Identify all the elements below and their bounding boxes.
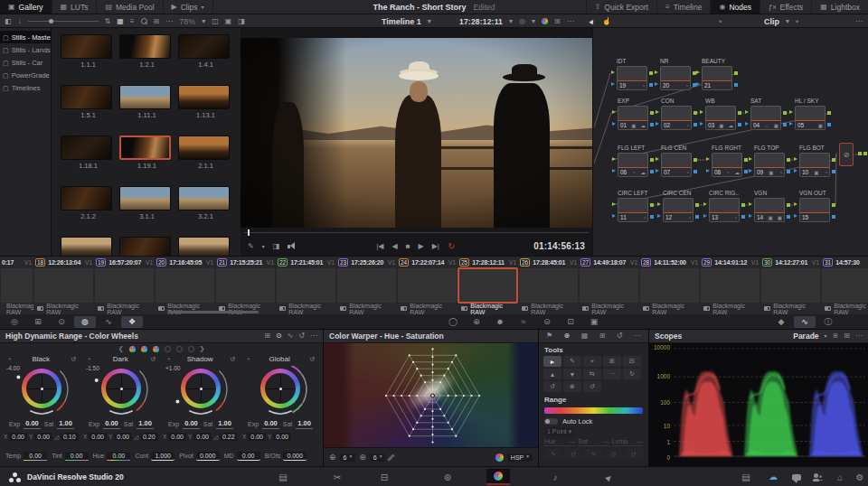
palette-key-icon[interactable]: ⊝ [536,316,558,328]
clip-thumbnail[interactable] [701,268,760,303]
search-icon[interactable] [141,18,147,24]
rgb-input-port[interactable] [749,202,752,206]
color-space-select[interactable]: HSP▾ [507,453,533,462]
key-input-port[interactable] [700,122,703,126]
palette-tracker-icon[interactable]: ⊕ [466,316,487,328]
node-graph-panel[interactable]: ⊘ IDT 19◔ NR 20◔ BEAUTY 21 [594,28,868,256]
rgb-input-port[interactable] [655,70,658,74]
viewer-jog-bar[interactable] [244,232,589,233]
rgb-output-port[interactable] [650,158,654,162]
still-thumbnail[interactable] [178,186,230,210]
timeline-clip-20[interactable]: 20 17:16:45:05 V1 Blackmagic RAW [155,257,215,314]
y-value[interactable]: 0.00 [34,433,52,441]
scope-mode-select[interactable]: Parade [793,332,818,341]
node-07-flg-cen[interactable]: FLG CEN 07◔ [661,153,692,177]
camera-caret-icon[interactable]: ▾ [532,18,535,25]
clip-thumbnail[interactable] [458,268,517,303]
key-input-port[interactable] [612,122,616,126]
gallery-still-1.4.1[interactable]: 1.4.1 [178,34,233,85]
field-sat[interactable]: Sat — [578,438,609,446]
wheels-mode-icon[interactable]: ⊙ [276,332,282,340]
node-05-hl-sky[interactable]: HL / SKY 05▣ [795,106,826,130]
warper-hue-sat-grid[interactable] [324,343,538,447]
album-powergrade-1[interactable]: ▢ PowerGrade 1 [0,69,51,81]
wheel-page-dot[interactable] [141,346,147,352]
y-value[interactable]: 0.00 [273,433,291,441]
tab-clips[interactable]: ▶ Clips ▾ [164,0,213,14]
rgb-input-port[interactable] [696,70,700,74]
timeline-caret-icon[interactable]: ▾ [428,18,431,25]
node-02-con[interactable]: CON 02◔ [661,106,692,130]
still-thumbnail[interactable] [61,136,112,160]
clip-thumbnail[interactable] [216,268,275,303]
timeline-clip-18[interactable]: 18 12:26:13:04 V1 Blackmagic RAW [33,257,94,314]
rgb-input-port[interactable] [700,110,703,114]
pick-hue-icon[interactable]: ✎ [544,449,562,459]
reset-wheel-icon[interactable]: ↺ [150,356,156,362]
flag-icon[interactable]: ⚑ [546,332,552,340]
rgb-input-port[interactable] [703,202,707,206]
gallery-still[interactable] [178,237,233,256]
timeline-clip-30[interactable]: 30 14:12:27:01 V1 Blackmagic RAW [760,257,821,314]
node-06-flg-left[interactable]: FLG LEFT 06◔☁ [618,153,648,177]
clip-caret-icon[interactable]: ▾ [786,18,789,25]
reset-wheel-icon[interactable]: ↺ [71,356,76,362]
rgb-output-port[interactable] [787,203,790,207]
timeline-clip-24[interactable]: 24 17:22:07:14 V1 Blackmagic RAW [397,257,458,314]
field-luma[interactable]: Luma — [612,438,643,446]
render-queue-icon[interactable]: ▤ [734,469,758,485]
picker-caret-icon[interactable]: ▾ [262,244,265,249]
page-cut-icon[interactable]: ✂ [326,469,349,485]
tool-more-tools[interactable]: ⋯ [603,369,621,379]
node-19-idt[interactable]: IDT 19◔ [617,66,647,90]
rgb-input-port[interactable] [749,157,752,161]
viewer-source-timecode[interactable]: 17:28:12:11 [459,17,503,26]
audio-mute-icon[interactable] [288,242,297,250]
node-15-vgn-out[interactable]: VGN OUT 15 [799,198,830,222]
grade-preview-icon[interactable] [542,18,548,24]
gallery-still-1.5.1[interactable]: 1.5.1 [61,85,116,136]
clip-thumbnail[interactable] [95,268,154,303]
key-input-port[interactable] [745,122,749,126]
album-stills-landsc[interactable]: ▢ Stills - Landsc.. [0,43,51,56]
skip-start-button[interactable]: |◀ [376,243,383,250]
gallery-still-1.1.1[interactable]: 1.1.1 [61,34,116,85]
rgb-input-port[interactable] [794,157,797,161]
pick-sat-icon[interactable]: ✎ [584,449,602,459]
key-output-port[interactable] [693,170,697,173]
hue-ring[interactable] [101,369,141,408]
tool-rotate-ccw[interactable]: ↺ [543,381,561,392]
palette-blur-icon[interactable]: ≈ [513,316,534,328]
rgb-output-port[interactable] [744,158,748,162]
wheel-center-dot[interactable] [120,388,123,390]
palette-info-icon[interactable]: ⓘ [817,316,839,328]
cursor-tool-icon[interactable]: ► [588,16,598,26]
rgb-input-port[interactable] [794,202,797,206]
timeline-clip-28[interactable]: 28 14:11:52:00 V1 Blackmagic RAW [639,257,700,314]
rgb-output-port[interactable] [787,158,790,162]
page-media-icon[interactable]: ▤ [271,469,295,485]
range-gradient-bar[interactable] [544,407,643,414]
node-01-exp[interactable]: EXP 01▣☁ [618,106,648,130]
still-thumbnail[interactable] [61,85,112,109]
wheel-page-dot[interactable] [153,346,159,352]
key-output-port[interactable] [783,123,787,126]
reset-wheel-icon[interactable]: ↺ [309,356,315,362]
timeline-clip-29[interactable]: 29 14:14:01:12 V1 Blackmagic RAW [700,257,760,314]
hdr-wheel-dark[interactable]: ◔ Dark ↺ -1.50 Exp 0.00 Sat 1.00 X0.00 Y… [81,354,161,446]
pin-mesh-icon[interactable]: ∥ [387,453,396,462]
tab-timeline[interactable]: ≡ Timeline [656,0,710,14]
palette-magic-mask-icon[interactable]: ☻ [489,316,511,328]
warper-mesh[interactable] [324,343,538,447]
key-input-port[interactable] [656,169,659,173]
x-value[interactable]: 0.00 [89,433,107,441]
timeline-clip-22[interactable]: 22 17:21:45:01 V1 Blackmagic RAW [276,257,336,314]
scope-mode-caret-icon[interactable]: ▾ [825,333,827,339]
scope-settings-icon[interactable]: ≋ [833,332,839,340]
rgb-input-port[interactable] [612,157,616,161]
wheel-center-dot[interactable] [279,388,282,390]
gallery-still[interactable] [119,237,175,256]
tool-push-up[interactable]: ▲ [543,369,561,379]
rgb-output-port[interactable] [695,203,699,207]
palette-sizing-icon[interactable]: ⊡ [560,316,581,328]
